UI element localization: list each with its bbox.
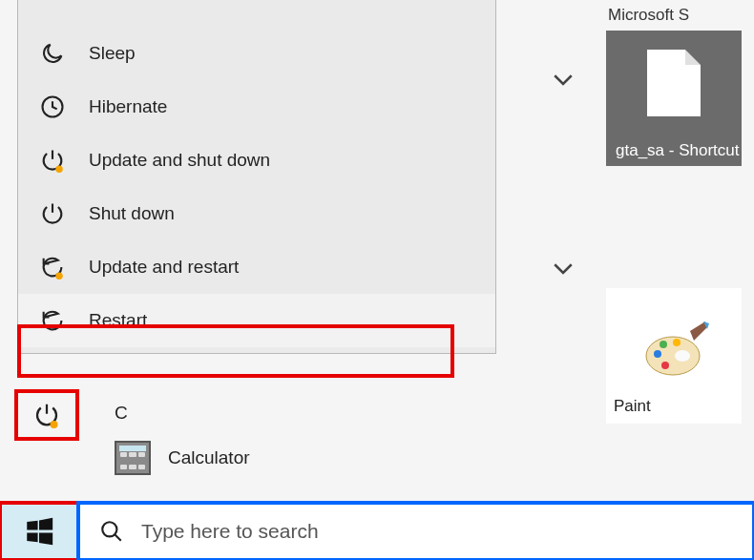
power-shutdown[interactable]: Shut down: [18, 187, 495, 240]
tile-label: gta_sa - Shortcut: [616, 141, 739, 160]
power-icon: [32, 401, 61, 429]
app-list-calculator[interactable]: Calculator: [115, 441, 250, 475]
app-list-section: C Calculator: [115, 403, 250, 475]
start-tiles-column: Microsoft S gta_sa - Shortcut Paint: [606, 0, 754, 501]
tile-label: Paint: [614, 397, 651, 416]
chevron-down-icon[interactable]: [549, 254, 577, 282]
restart-icon: [39, 307, 66, 334]
svg-point-3: [661, 362, 669, 369]
power-button[interactable]: [16, 391, 77, 439]
search-icon: [99, 519, 124, 544]
taskbar-search[interactable]: Type here to search: [78, 503, 754, 560]
svg-point-9: [51, 421, 58, 428]
power-item-label: Update and restart: [89, 257, 239, 278]
svg-point-7: [55, 166, 62, 173]
paint-palette-icon: [644, 321, 711, 377]
tile-gta-shortcut[interactable]: gta_sa - Shortcut: [606, 31, 742, 166]
document-icon: [647, 50, 701, 116]
clock-icon: [39, 93, 66, 120]
svg-line-11: [115, 534, 121, 541]
svg-point-4: [660, 341, 667, 348]
tile-paint[interactable]: Paint: [606, 288, 742, 424]
svg-point-2: [654, 350, 661, 358]
power-item-label: Update and shut down: [89, 150, 270, 171]
start-button[interactable]: [0, 503, 78, 560]
restart-icon: [39, 254, 66, 280]
power-restart[interactable]: Restart: [18, 294, 495, 347]
power-item-label: Sleep: [89, 43, 136, 64]
power-icon: [39, 147, 66, 174]
power-sleep[interactable]: Sleep: [18, 27, 495, 80]
tile-group-header: Microsoft S: [606, 0, 754, 31]
windows-logo-icon: [23, 515, 55, 548]
svg-point-8: [55, 273, 62, 280]
app-list-letter-header[interactable]: C: [115, 403, 250, 424]
power-item-label: Restart: [89, 310, 147, 331]
svg-point-1: [675, 350, 690, 362]
power-item-label: Shut down: [89, 203, 175, 224]
chevron-down-icon[interactable]: [549, 65, 577, 93]
power-icon: [39, 200, 66, 227]
power-update-shutdown[interactable]: Update and shut down: [18, 134, 495, 187]
app-list-item-label: Calculator: [168, 447, 250, 468]
power-update-restart[interactable]: Update and restart: [18, 240, 495, 294]
power-options-menu: Sleep Hibernate Update and shut down Shu…: [17, 0, 496, 354]
svg-point-5: [673, 339, 681, 346]
start-left-rail: [16, 391, 77, 439]
power-hibernate[interactable]: Hibernate: [18, 80, 495, 134]
calculator-icon: [115, 441, 151, 475]
moon-icon: [39, 40, 66, 67]
taskbar: Type here to search: [0, 503, 754, 560]
search-placeholder: Type here to search: [141, 520, 319, 543]
power-item-label: Hibernate: [89, 96, 167, 117]
svg-point-10: [102, 522, 116, 536]
